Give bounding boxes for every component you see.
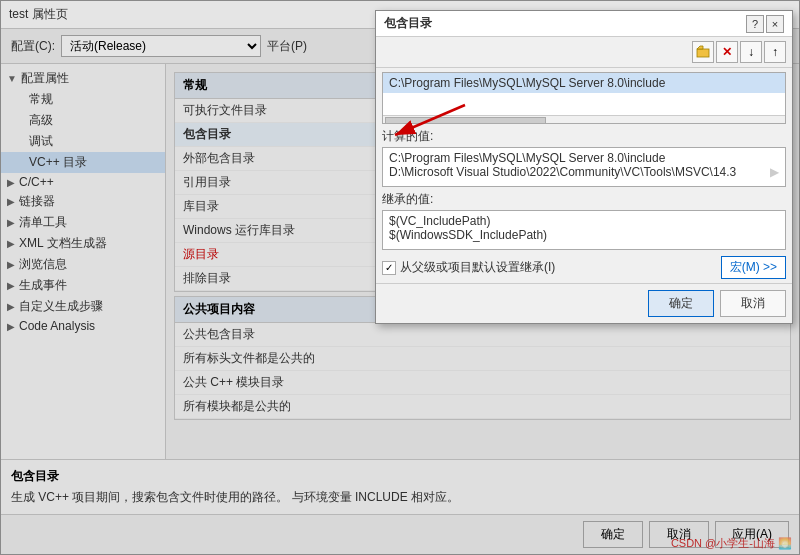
calculated-line-2-text: D:\Microsoft Visual Studio\2022\Communit…: [389, 165, 736, 179]
calculated-line-2: D:\Microsoft Visual Studio\2022\Communit…: [389, 165, 779, 179]
inherited-value-box: $(VC_IncludePath) $(WindowsSDK_IncludePa…: [382, 210, 786, 250]
calculated-value-box: C:\Program Files\MySQL\MySQL Server 8.0\…: [382, 147, 786, 187]
calculated-scroll-indicator: ▶: [770, 165, 779, 179]
dialog-title-bar: 包含目录 ? ×: [376, 11, 792, 37]
inherit-checkbox[interactable]: ✓: [382, 261, 396, 275]
dialog-title-btns: ? ×: [746, 15, 784, 33]
dialog-toolbar: ✕ ↓ ↑: [376, 37, 792, 68]
folder-icon: [696, 45, 710, 59]
inherited-line-2: $(WindowsSDK_IncludePath): [389, 228, 779, 242]
delete-btn[interactable]: ✕: [716, 41, 738, 63]
include-dir-dialog: 包含目录 ? × ✕ ↓ ↑ C:\Program Files\MySQL\My…: [375, 10, 793, 324]
move-down-btn[interactable]: ↓: [740, 41, 762, 63]
dialog-title-text: 包含目录: [384, 15, 432, 32]
calculated-section: 计算的值: C:\Program Files\MySQL\MySQL Serve…: [382, 128, 786, 187]
inherited-label: 继承的值:: [382, 191, 786, 208]
svg-rect-0: [697, 49, 709, 57]
calculated-label: 计算的值:: [382, 128, 786, 145]
macro-button[interactable]: 宏(M) >>: [721, 256, 786, 279]
folder-icon-btn[interactable]: [692, 41, 714, 63]
dialog-footer: 确定 取消: [376, 283, 792, 323]
path-hscroll[interactable]: [383, 115, 785, 124]
inherit-checkbox-label: 从父级或项目默认设置继承(I): [400, 259, 555, 276]
move-up-btn[interactable]: ↑: [764, 41, 786, 63]
inherited-line-1: $(VC_IncludePath): [389, 214, 779, 228]
path-list-container: C:\Program Files\MySQL\MySQL Server 8.0\…: [382, 72, 786, 124]
path-list-item-selected[interactable]: C:\Program Files\MySQL\MySQL Server 8.0\…: [383, 73, 785, 93]
path-hscroll-thumb: [385, 117, 546, 125]
calculated-line-1: C:\Program Files\MySQL\MySQL Server 8.0\…: [389, 151, 779, 165]
dialog-help-button[interactable]: ?: [746, 15, 764, 33]
dialog-cancel-button[interactable]: 取消: [720, 290, 786, 317]
inherited-section: 继承的值: $(VC_IncludePath) $(WindowsSDK_Inc…: [382, 191, 786, 250]
dialog-close-button[interactable]: ×: [766, 15, 784, 33]
dialog-ok-button[interactable]: 确定: [648, 290, 714, 317]
checkbox-row: ✓ 从父级或项目默认设置继承(I) 宏(M) >>: [382, 256, 786, 279]
